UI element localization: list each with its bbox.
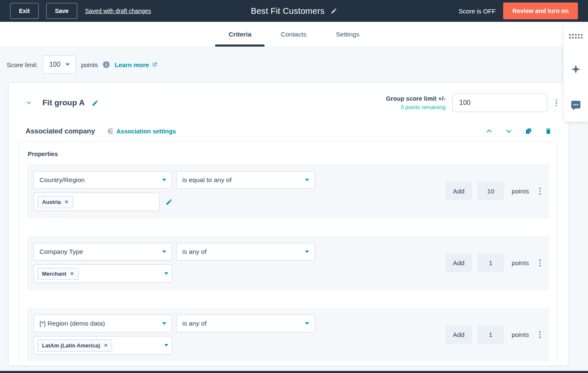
property-select[interactable]: Company Type (34, 243, 172, 261)
row-options-kebab-icon[interactable] (538, 186, 543, 196)
external-link-icon (152, 62, 158, 68)
points-value-input[interactable]: 1 (477, 326, 504, 344)
chevron-down-icon (305, 179, 309, 181)
move-up-chevron-icon[interactable] (486, 128, 493, 135)
tab-criteria-label: Criteria (228, 31, 251, 38)
property-row-region-demo: [*] Region (demo data) is any of LatAm (… (27, 308, 550, 362)
drag-handle-icon[interactable] (569, 34, 583, 39)
property-row-scoring: Add 1 points (445, 326, 543, 344)
value-tag-label: LatAm (Latin America) (42, 342, 100, 349)
review-and-turn-on-button[interactable]: Review and turn on (503, 3, 578, 19)
clone-icon[interactable] (525, 128, 532, 135)
group-header: Fit group A Group score limit +/- 0 poin… (9, 83, 568, 112)
value-multiselect[interactable]: Merchant (34, 264, 172, 283)
ai-sparkle-icon[interactable] (570, 64, 581, 75)
page-title: Best Fit Customers (251, 6, 324, 16)
remove-tag-x-icon[interactable] (70, 271, 74, 276)
edit-title-pencil-icon[interactable] (331, 8, 337, 14)
tab-contacts[interactable]: Contacts (279, 22, 308, 47)
tab-settings-label: Settings (336, 31, 360, 38)
associated-company-title: Associated company (26, 127, 95, 135)
property-select[interactable]: [*] Region (demo data) (34, 315, 172, 332)
chevron-down-icon (164, 344, 168, 347)
active-tab-indicator (215, 44, 265, 47)
add-subtract-select[interactable]: Add (445, 254, 472, 272)
dropdown-line: [*] Region (demo data) is any of (34, 315, 315, 332)
fit-group-card: Fit group A Group score limit +/- 0 poin… (8, 82, 568, 366)
property-row-country-region: Country/Region is equal to any of Austri… (27, 164, 550, 218)
property-row-scoring: Add 1 points (445, 254, 543, 272)
floating-tools-panel (564, 24, 588, 122)
operator-select[interactable]: is equal to any of (176, 171, 315, 189)
top-bar: Exit Save Saved with draft changes Best … (0, 0, 588, 22)
row-options-kebab-icon[interactable] (538, 329, 543, 340)
tab-bar: Criteria Contacts Settings (0, 22, 588, 47)
chevron-down-icon (164, 272, 168, 275)
add-subtract-select[interactable]: Add (445, 326, 472, 344)
learn-more-label: Learn more (115, 61, 149, 68)
chevron-down-icon (162, 322, 166, 325)
properties-title: Properties (28, 151, 550, 157)
score-limit-row: Score limit: 100 points Learn more (0, 47, 588, 82)
score-limit-select[interactable]: 100 (43, 55, 76, 74)
edit-group-name-pencil-icon[interactable] (92, 99, 99, 107)
operator-select[interactable]: is any of (176, 315, 315, 332)
chevron-down-icon (66, 63, 70, 66)
group-name: Fit group A (42, 98, 85, 107)
block-actions (486, 128, 552, 135)
chevron-down-icon (162, 179, 166, 181)
chevron-down-icon (305, 322, 309, 325)
group-score-limit-label: Group score limit +/- (386, 95, 445, 102)
association-settings-label: Association settings (116, 128, 176, 135)
property-row-filters: Country/Region is equal to any of Austri… (34, 171, 315, 211)
property-row-company-type: Company Type is any of Merchant (27, 236, 550, 290)
learn-more-link[interactable]: Learn more (115, 61, 158, 68)
score-limit-label: Score limit: (7, 61, 38, 68)
save-button[interactable]: Save (46, 3, 78, 19)
tab-settings[interactable]: Settings (334, 22, 361, 47)
info-icon[interactable] (103, 61, 110, 68)
property-row-filters: Company Type is any of Merchant (34, 243, 315, 283)
property-row-filters: [*] Region (demo data) is any of LatAm (… (34, 315, 315, 355)
group-score-limit-area: Group score limit +/- 0 points remaining (386, 94, 559, 112)
comments-icon[interactable] (570, 100, 581, 111)
points-value-input[interactable]: 10 (477, 182, 504, 201)
value-line: Merchant (34, 264, 315, 283)
group-score-limit-input[interactable] (452, 94, 547, 112)
group-options-kebab-icon[interactable] (554, 98, 559, 108)
value-tag: Merchant (37, 268, 79, 280)
remove-tag-x-icon[interactable] (65, 200, 68, 204)
score-status-text: Score is OFF (459, 8, 496, 15)
value-tag: LatAm (Latin America) (37, 339, 112, 352)
add-subtract-select[interactable]: Add (445, 182, 472, 201)
top-bar-left: Exit Save Saved with draft changes (10, 3, 151, 19)
collapse-group-chevron-icon[interactable] (26, 99, 32, 106)
operator-select-value: is any of (182, 320, 207, 327)
value-box[interactable]: Austria (34, 193, 160, 211)
window-bottom-edge (0, 371, 588, 373)
exit-button[interactable]: Exit (10, 3, 39, 19)
remove-tag-x-icon[interactable] (104, 343, 108, 348)
points-remaining-text: 0 points remaining (386, 104, 445, 110)
property-select-value: [*] Region (demo data) (39, 320, 105, 327)
delete-trash-icon[interactable] (545, 128, 552, 135)
draft-status-link[interactable]: Saved with draft changes (85, 8, 151, 14)
dropdown-line: Country/Region is equal to any of (34, 171, 315, 189)
group-limit-labels: Group score limit +/- 0 points remaining (386, 95, 445, 110)
operator-select[interactable]: is any of (176, 243, 315, 261)
value-tag: Austria (37, 196, 73, 208)
value-multiselect[interactable]: LatAm (Latin America) (34, 336, 172, 355)
points-value-input[interactable]: 1 (477, 254, 504, 272)
value-line: Austria (34, 193, 315, 211)
chevron-down-icon (162, 250, 166, 253)
value-tag-label: Austria (42, 199, 61, 205)
score-limit-value: 100 (49, 61, 60, 68)
edit-values-pencil-icon[interactable] (165, 198, 173, 206)
association-settings-link[interactable]: Association settings (108, 127, 176, 135)
move-down-chevron-icon[interactable] (505, 128, 512, 135)
property-select[interactable]: Country/Region (34, 171, 172, 189)
row-options-kebab-icon[interactable] (538, 258, 543, 268)
tab-contacts-label: Contacts (281, 31, 307, 38)
tab-criteria[interactable]: Criteria (227, 22, 253, 47)
property-select-value: Company Type (39, 248, 83, 256)
